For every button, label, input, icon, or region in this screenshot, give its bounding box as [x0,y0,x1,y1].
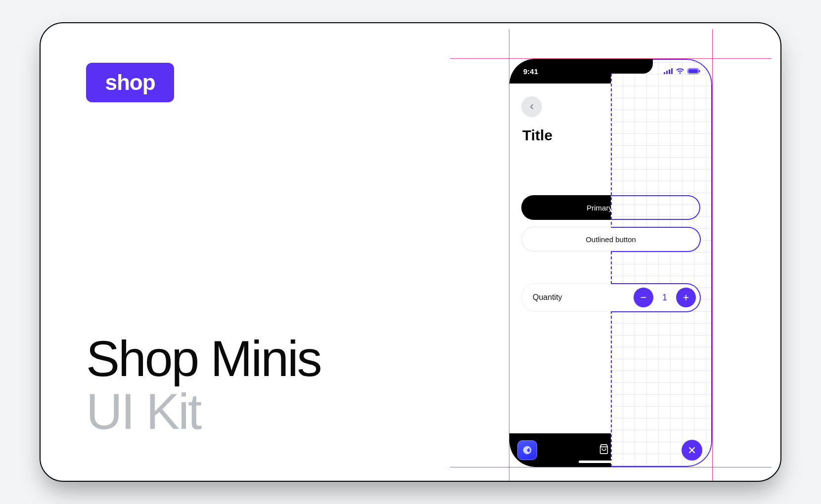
svg-rect-1 [666,71,668,74]
status-time: 9:41 [523,67,538,76]
outlined-button[interactable]: Outlined button [521,227,700,252]
phone-notch [569,59,653,74]
minus-icon [639,294,647,301]
quantity-decrement[interactable] [634,288,653,307]
home-indicator [579,461,643,463]
shop-app-icon [522,445,533,456]
bottom-bar [509,433,712,467]
phone-mock: 9:41 [509,59,712,469]
svg-rect-5 [688,69,698,73]
screen: Title Primary button Outlined button Qua… [514,87,707,434]
screen-title: Title [522,127,552,144]
shop-badge-text: shop [105,70,155,95]
shop-badge: shop [86,63,174,102]
guide-right [712,29,713,482]
plus-icon [682,294,690,301]
headline-line2: UI Kit [86,385,321,438]
primary-button[interactable]: Primary button [521,195,700,220]
quantity-increment[interactable] [676,288,696,307]
cellular-icon [664,68,673,74]
headline: Shop Minis UI Kit [86,333,321,438]
quantity-label: Quantity [533,293,562,302]
guide-bottom [450,467,772,467]
shopping-bag-icon[interactable] [598,444,609,457]
primary-button-label: Primary button [587,204,635,212]
phone-frame: 9:41 [509,59,712,467]
close-button[interactable] [682,440,702,461]
svg-rect-3 [671,68,673,74]
svg-rect-2 [669,70,670,75]
app-tile[interactable] [517,440,537,460]
quantity-value: 1 [661,293,668,303]
back-button[interactable] [521,96,542,117]
chevron-left-icon [528,103,536,111]
svg-rect-6 [699,70,700,73]
wifi-icon [676,68,684,74]
close-icon [687,445,697,455]
outlined-button-label: Outlined button [586,235,636,244]
quantity-stepper: Quantity 1 [521,283,700,312]
cover-card: shop Shop Minis UI Kit 9:41 [40,22,781,482]
battery-icon [687,68,700,74]
svg-rect-0 [664,72,665,74]
headline-line1: Shop Minis [86,333,321,385]
